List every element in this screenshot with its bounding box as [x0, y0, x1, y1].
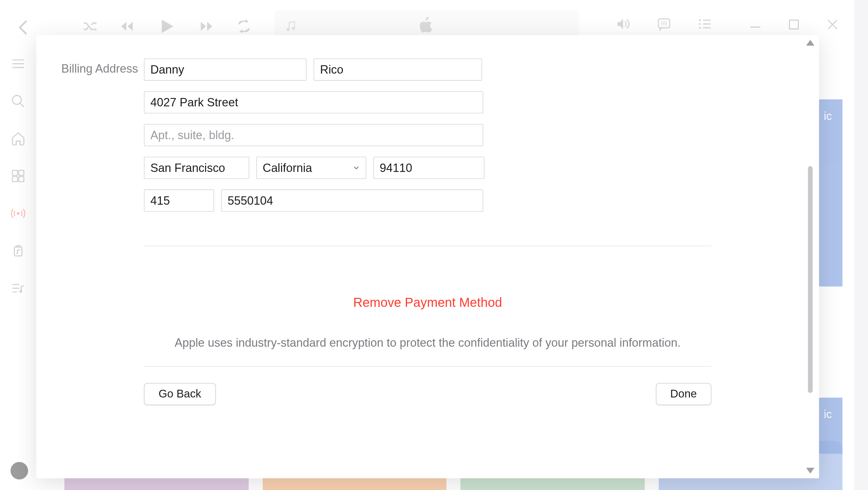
- queue-icon[interactable]: [696, 17, 714, 34]
- last-name-field[interactable]: [313, 59, 482, 80]
- library-icon[interactable]: [10, 243, 26, 261]
- svg-marker-6: [121, 22, 126, 31]
- svg-point-11: [286, 28, 290, 31]
- radio-icon[interactable]: [10, 206, 26, 224]
- divider: [144, 246, 711, 246]
- svg-marker-8: [162, 20, 173, 33]
- done-button[interactable]: Done: [655, 383, 711, 405]
- back-button[interactable]: [14, 18, 34, 38]
- svg-marker-9: [201, 22, 206, 31]
- scrollbar[interactable]: [806, 40, 814, 473]
- browse-icon[interactable]: [10, 168, 26, 186]
- scroll-up-icon[interactable]: [806, 40, 814, 45]
- music-icon: [281, 17, 301, 36]
- apt-field[interactable]: [144, 124, 483, 146]
- svg-rect-30: [19, 177, 24, 182]
- menu-icon[interactable]: [10, 56, 26, 74]
- billing-sheet: Billing Address California: [36, 35, 819, 478]
- scroll-thumb[interactable]: [808, 166, 813, 393]
- svg-marker-10: [207, 22, 212, 31]
- phone-field[interactable]: [221, 190, 483, 212]
- rewind-icon[interactable]: [119, 19, 134, 36]
- minimize-icon[interactable]: [748, 17, 763, 32]
- playlist-icon[interactable]: [10, 281, 26, 298]
- go-back-button[interactable]: Go Back: [144, 383, 216, 405]
- close-icon[interactable]: [825, 17, 840, 32]
- section-label: Billing Address: [56, 62, 138, 75]
- home-icon[interactable]: [10, 131, 26, 149]
- zip-field[interactable]: [373, 157, 485, 179]
- maximize-icon[interactable]: [786, 17, 802, 32]
- svg-point-33: [17, 253, 18, 254]
- encryption-note: Apple uses industry-standard encryption …: [175, 336, 681, 350]
- area-code-field[interactable]: [144, 190, 214, 212]
- svg-rect-32: [14, 247, 22, 256]
- svg-line-26: [20, 103, 24, 107]
- lyrics-icon[interactable]: 99: [655, 17, 673, 34]
- search-icon[interactable]: [10, 94, 26, 111]
- forward-icon[interactable]: [199, 19, 214, 36]
- svg-point-16: [699, 19, 701, 21]
- city-field[interactable]: [144, 157, 249, 179]
- svg-point-12: [292, 27, 295, 30]
- first-name-field[interactable]: [144, 59, 307, 80]
- svg-marker-13: [617, 19, 623, 29]
- svg-point-18: [699, 23, 701, 25]
- svg-point-20: [699, 27, 701, 29]
- svg-marker-7: [128, 22, 133, 31]
- volume-icon[interactable]: [614, 17, 632, 34]
- sidebar: [0, 49, 36, 490]
- state-select[interactable]: California: [256, 157, 366, 179]
- svg-rect-27: [12, 170, 18, 175]
- avatar[interactable]: [10, 462, 28, 480]
- apple-logo-icon: [418, 17, 436, 36]
- repeat-icon[interactable]: [236, 19, 251, 36]
- svg-point-31: [17, 212, 19, 215]
- svg-marker-5: [94, 28, 97, 31]
- svg-rect-29: [12, 177, 18, 182]
- svg-rect-1: [789, 20, 799, 29]
- svg-rect-28: [19, 170, 24, 175]
- shuffle-icon[interactable]: [82, 19, 97, 36]
- scroll-down-icon[interactable]: [806, 468, 814, 473]
- street-field[interactable]: [144, 91, 483, 113]
- svg-marker-4: [94, 22, 97, 25]
- svg-point-37: [19, 290, 22, 293]
- svg-point-25: [12, 95, 22, 104]
- remove-payment-link[interactable]: Remove Payment Method: [353, 295, 502, 311]
- divider: [144, 366, 711, 367]
- svg-text:99: 99: [661, 20, 668, 27]
